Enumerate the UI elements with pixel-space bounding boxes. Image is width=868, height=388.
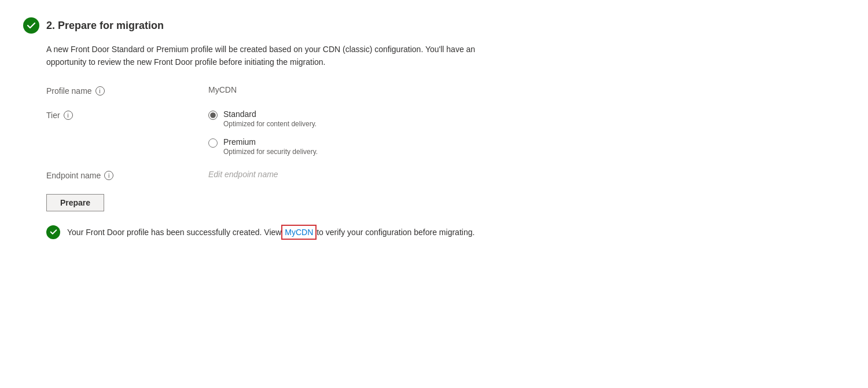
- profile-name-value: MyCDN: [208, 85, 237, 94]
- step-complete-icon: [23, 17, 39, 34]
- tier-label: Tier i: [46, 109, 208, 120]
- tier-option-standard: Standard Optimized for content delivery.: [208, 109, 318, 128]
- success-text: Your Front Door profile has been success…: [67, 228, 475, 237]
- section-description: A new Front Door Standard or Premium pro…: [23, 43, 544, 69]
- tier-row: Tier i Standard Optimized for content de…: [46, 109, 845, 156]
- section-title: 2. Prepare for migration: [46, 20, 164, 32]
- form-area: Profile name i MyCDN Tier i Standard O: [23, 85, 845, 239]
- success-check-icon: [46, 225, 60, 239]
- prepare-button[interactable]: Prepare: [46, 194, 104, 211]
- premium-radio-container[interactable]: [208, 138, 218, 148]
- tier-info-icon[interactable]: i: [64, 111, 73, 120]
- premium-radio[interactable]: [208, 138, 218, 148]
- section-container: 2. Prepare for migration A new Front Doo…: [23, 17, 845, 239]
- prepare-button-container: Prepare: [46, 194, 845, 211]
- standard-label[interactable]: Standard Optimized for content delivery.: [223, 109, 317, 128]
- tier-option-premium: Premium Optimized for security delivery.: [208, 137, 318, 156]
- profile-name-label: Profile name i: [46, 85, 208, 96]
- section-header: 2. Prepare for migration: [23, 17, 845, 34]
- profile-name-info-icon[interactable]: i: [95, 86, 105, 96]
- tier-options: Standard Optimized for content delivery.…: [208, 109, 318, 156]
- success-message: Your Front Door profile has been success…: [46, 225, 845, 239]
- endpoint-name-label: Endpoint name i: [46, 170, 208, 180]
- standard-radio-container[interactable]: [208, 111, 218, 120]
- endpoint-name-value[interactable]: Edit endpoint name: [208, 170, 278, 179]
- premium-label[interactable]: Premium Optimized for security delivery.: [223, 137, 318, 156]
- mycdn-link[interactable]: MyCDN: [284, 227, 314, 237]
- endpoint-name-row: Endpoint name i Edit endpoint name: [46, 170, 845, 180]
- endpoint-name-info-icon[interactable]: i: [104, 171, 113, 180]
- standard-radio[interactable]: [208, 111, 218, 120]
- profile-name-row: Profile name i MyCDN: [46, 85, 845, 96]
